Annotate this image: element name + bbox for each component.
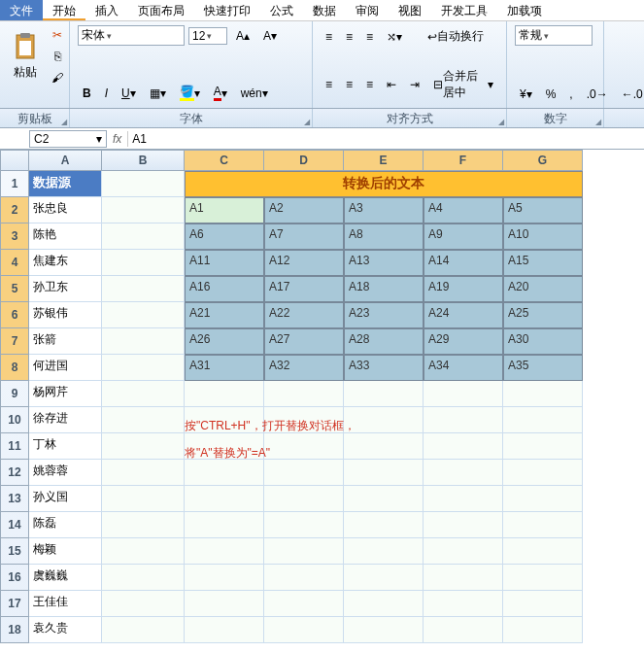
cell[interactable]: A2 [264, 197, 344, 223]
tab-home[interactable]: 开始 [43, 0, 85, 20]
cell[interactable]: A25 [503, 302, 583, 328]
row-header-14[interactable]: 14 [0, 512, 29, 538]
cell[interactable] [424, 381, 503, 407]
cell[interactable] [503, 512, 583, 538]
comma-button[interactable]: , [564, 85, 577, 104]
tab-quickprint[interactable]: 快速打印 [194, 0, 260, 20]
cell[interactable]: A22 [264, 302, 344, 328]
cell[interactable]: A4 [424, 197, 503, 223]
fill-color-button[interactable]: 🪣▾ [175, 82, 205, 104]
cell[interactable] [185, 591, 264, 617]
cell[interactable]: 孙义国 [29, 486, 102, 512]
cell[interactable] [102, 486, 185, 512]
cell[interactable] [102, 355, 185, 381]
cell[interactable] [424, 617, 503, 643]
cell[interactable]: 杨网芹 [29, 381, 102, 407]
cell[interactable] [264, 381, 344, 407]
cell[interactable]: A8 [344, 223, 424, 250]
cell[interactable]: A1 [185, 197, 264, 223]
cell-grid[interactable]: 数据源转换后的文本张忠良A1A2A3A4A5陈艳A6A7A8A9A10焦建东A1… [29, 171, 644, 643]
cell[interactable] [264, 538, 344, 565]
currency-button[interactable]: ¥▾ [515, 85, 537, 104]
cell[interactable] [424, 512, 503, 538]
tab-dev[interactable]: 开发工具 [431, 0, 497, 20]
cell[interactable]: 姚蓉蓉 [29, 460, 102, 486]
underline-button[interactable]: U▾ [117, 84, 141, 103]
cell[interactable]: A35 [503, 355, 583, 381]
cell[interactable] [344, 460, 424, 486]
cell[interactable] [102, 328, 185, 355]
cell[interactable] [424, 486, 503, 512]
merge-button[interactable]: ⊟合并后居中▾ [428, 65, 498, 104]
cell[interactable]: A10 [503, 223, 583, 250]
cell[interactable]: 王佳佳 [29, 591, 102, 617]
cell[interactable] [264, 512, 344, 538]
cell[interactable] [424, 538, 503, 565]
cell[interactable] [102, 433, 185, 460]
cell[interactable] [102, 276, 185, 302]
row-header-16[interactable]: 16 [0, 565, 29, 591]
cell[interactable]: A30 [503, 328, 583, 355]
cell[interactable] [424, 433, 503, 460]
align-right-button[interactable]: ≡ [361, 75, 378, 94]
cell[interactable]: 袁久贵 [29, 617, 102, 643]
cell[interactable]: A7 [264, 223, 344, 250]
tab-view[interactable]: 视图 [389, 0, 431, 20]
cell[interactable] [185, 538, 264, 565]
cell[interactable]: A28 [344, 328, 424, 355]
row-header-10[interactable]: 10 [0, 407, 29, 433]
cell[interactable]: A11 [185, 250, 264, 276]
cell[interactable] [102, 407, 185, 433]
table2-header[interactable]: 转换后的文本 [185, 171, 583, 197]
cell[interactable]: A12 [264, 250, 344, 276]
cell[interactable]: A5 [503, 197, 583, 223]
cell[interactable] [185, 381, 264, 407]
decrease-font-button[interactable]: A▾ [258, 26, 282, 46]
cell[interactable]: 张箭 [29, 328, 102, 355]
font-size-combo[interactable]: 12▾ [188, 27, 227, 45]
cell[interactable]: A19 [424, 276, 503, 302]
cell[interactable]: A29 [424, 328, 503, 355]
cell[interactable] [102, 565, 185, 591]
cell[interactable] [503, 433, 583, 460]
cell[interactable] [102, 617, 185, 643]
cell[interactable]: 苏银伟 [29, 302, 102, 328]
percent-button[interactable]: % [541, 85, 561, 104]
col-header-G[interactable]: G [503, 150, 583, 171]
font-name-combo[interactable]: 宋体▾ [78, 25, 185, 46]
cell[interactable] [185, 486, 264, 512]
cell[interactable] [102, 171, 185, 197]
cell[interactable] [344, 512, 424, 538]
dialog-launcher-icon[interactable]: ◢ [498, 118, 504, 126]
align-left-button[interactable]: ≡ [321, 75, 337, 94]
cell[interactable] [503, 591, 583, 617]
cell[interactable]: 丁林 [29, 433, 102, 460]
cell[interactable]: A34 [424, 355, 503, 381]
fx-icon[interactable]: fx [107, 132, 127, 146]
cell[interactable] [424, 565, 503, 591]
align-middle-button[interactable]: ≡ [341, 27, 357, 47]
increase-indent-button[interactable]: ⇥ [405, 75, 424, 94]
col-header-A[interactable]: A [29, 150, 102, 171]
cell[interactable] [264, 565, 344, 591]
cell[interactable]: A13 [344, 250, 424, 276]
cell[interactable]: 陈艳 [29, 223, 102, 250]
row-header-2[interactable]: 2 [0, 197, 29, 223]
dialog-launcher-icon[interactable]: ◢ [61, 118, 67, 126]
tab-data[interactable]: 数据 [303, 0, 346, 20]
paste-button[interactable]: 粘贴 [8, 29, 43, 84]
orientation-button[interactable]: ⤭▾ [382, 27, 407, 47]
col-header-B[interactable]: B [102, 150, 185, 171]
increase-font-button[interactable]: A▴ [231, 26, 254, 46]
cell[interactable]: A32 [264, 355, 344, 381]
cell[interactable]: A16 [185, 276, 264, 302]
cell[interactable]: A21 [185, 302, 264, 328]
cell[interactable]: 虞巍巍 [29, 565, 102, 591]
cell[interactable]: 孙卫东 [29, 276, 102, 302]
cell[interactable] [503, 617, 583, 643]
cell[interactable] [185, 565, 264, 591]
cell[interactable]: 陈磊 [29, 512, 102, 538]
wrap-text-button[interactable]: ↩自动换行 [423, 25, 489, 48]
cell[interactable]: 徐存进 [29, 407, 102, 433]
cell[interactable] [264, 486, 344, 512]
